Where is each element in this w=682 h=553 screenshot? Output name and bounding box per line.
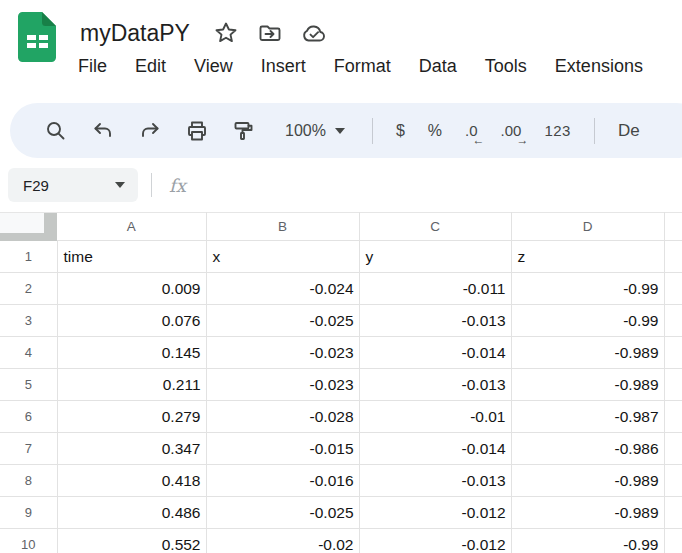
cell-d6[interactable]: -0.987	[511, 401, 664, 433]
cell-a3[interactable]: 0.076	[57, 305, 206, 337]
decrease-decimal-button[interactable]: .0 ←	[465, 122, 478, 139]
menu-item-view[interactable]: View	[194, 56, 233, 77]
google-sheets-app: myDataPY FileEditViewInsertF	[0, 0, 682, 553]
cell-c9[interactable]: -0.012	[359, 497, 511, 529]
formula-bar: F29 fx	[0, 158, 682, 212]
cell-c1[interactable]: y	[359, 241, 511, 273]
cloud-saved-icon[interactable]	[300, 19, 328, 47]
row-header-7[interactable]: 7	[0, 433, 57, 465]
row-header-2[interactable]: 2	[0, 273, 57, 305]
cell-b3[interactable]: -0.025	[206, 305, 359, 337]
row-header-8[interactable]: 8	[0, 465, 57, 497]
cell-a6[interactable]: 0.279	[57, 401, 206, 433]
cell-e9[interactable]	[664, 497, 682, 529]
cell-b9[interactable]: -0.025	[206, 497, 359, 529]
cell-a10[interactable]: 0.552	[57, 529, 206, 553]
format-percent-button[interactable]: %	[428, 122, 442, 140]
cell-a5[interactable]: 0.211	[57, 369, 206, 401]
font-family-selector[interactable]: De	[618, 121, 640, 141]
cell-d8[interactable]: -0.989	[511, 465, 664, 497]
cell-d7[interactable]: -0.986	[511, 433, 664, 465]
print-icon[interactable]	[185, 119, 209, 143]
cell-c4[interactable]: -0.014	[359, 337, 511, 369]
row-header-10[interactable]: 10	[0, 529, 57, 553]
cell-d9[interactable]: -0.989	[511, 497, 664, 529]
cell-c3[interactable]: -0.013	[359, 305, 511, 337]
cell-b7[interactable]: -0.015	[206, 433, 359, 465]
undo-icon[interactable]	[91, 119, 115, 143]
sheets-logo-icon[interactable]	[18, 12, 56, 62]
select-all-corner[interactable]	[0, 213, 57, 241]
cell-e4[interactable]	[664, 337, 682, 369]
format-currency-button[interactable]: $	[396, 122, 405, 140]
cell-d1[interactable]: z	[511, 241, 664, 273]
cell-b1[interactable]: x	[206, 241, 359, 273]
cell-b4[interactable]: -0.023	[206, 337, 359, 369]
name-box[interactable]: F29	[8, 168, 138, 202]
star-icon[interactable]	[212, 19, 240, 47]
row-header-4[interactable]: 4	[0, 337, 57, 369]
cell-e10[interactable]	[664, 529, 682, 553]
row-header-6[interactable]: 6	[0, 401, 57, 433]
cell-d10[interactable]: -0.99	[511, 529, 664, 553]
redo-icon[interactable]	[138, 119, 162, 143]
cell-c2[interactable]: -0.011	[359, 273, 511, 305]
column-header-a[interactable]: A	[57, 213, 206, 241]
cell-d3[interactable]: -0.99	[511, 305, 664, 337]
title-row: myDataPY	[80, 16, 344, 50]
menu-item-insert[interactable]: Insert	[261, 56, 306, 77]
chevron-down-icon	[335, 128, 345, 134]
menu-item-data[interactable]: Data	[419, 56, 457, 77]
zoom-selector[interactable]: 100%	[285, 122, 345, 140]
paint-format-icon[interactable]	[232, 119, 256, 143]
cell-c5[interactable]: -0.013	[359, 369, 511, 401]
column-header-c[interactable]: C	[359, 213, 511, 241]
cell-c8[interactable]: -0.013	[359, 465, 511, 497]
cell-e6[interactable]	[664, 401, 682, 433]
cell-b10[interactable]: -0.02	[206, 529, 359, 553]
cell-b8[interactable]: -0.016	[206, 465, 359, 497]
column-header-b[interactable]: B	[206, 213, 359, 241]
menu-item-tools[interactable]: Tools	[485, 56, 527, 77]
cell-d4[interactable]: -0.989	[511, 337, 664, 369]
cell-e3[interactable]	[664, 305, 682, 337]
formula-input[interactable]	[186, 158, 682, 212]
cell-c10[interactable]: -0.012	[359, 529, 511, 553]
cell-a2[interactable]: 0.009	[57, 273, 206, 305]
cell-e7[interactable]	[664, 433, 682, 465]
menu-item-extensions[interactable]: Extensions	[555, 56, 643, 77]
menu-item-format[interactable]: Format	[334, 56, 391, 77]
cell-d5[interactable]: -0.989	[511, 369, 664, 401]
cell-e5[interactable]	[664, 369, 682, 401]
table-row: 70.347-0.015-0.014-0.986	[0, 433, 682, 465]
cell-e2[interactable]	[664, 273, 682, 305]
cell-a4[interactable]: 0.145	[57, 337, 206, 369]
more-formats-button[interactable]: 123	[544, 122, 571, 139]
cell-b6[interactable]: -0.028	[206, 401, 359, 433]
column-header-e[interactable]	[664, 213, 682, 241]
cell-a7[interactable]: 0.347	[57, 433, 206, 465]
menu-item-edit[interactable]: Edit	[135, 56, 166, 77]
cell-a8[interactable]: 0.418	[57, 465, 206, 497]
cell-e1[interactable]	[664, 241, 682, 273]
document-title[interactable]: myDataPY	[80, 20, 190, 47]
row-header-3[interactable]: 3	[0, 305, 57, 337]
search-icon[interactable]	[44, 119, 68, 143]
increase-decimal-button[interactable]: .00 →	[501, 122, 522, 139]
cell-b2[interactable]: -0.024	[206, 273, 359, 305]
cell-c6[interactable]: -0.01	[359, 401, 511, 433]
cell-e8[interactable]	[664, 465, 682, 497]
row-header-1[interactable]: 1	[0, 241, 57, 273]
cell-c7[interactable]: -0.014	[359, 433, 511, 465]
row-header-9[interactable]: 9	[0, 497, 57, 529]
menu-item-file[interactable]: File	[78, 56, 107, 77]
cell-a9[interactable]: 0.486	[57, 497, 206, 529]
column-header-d[interactable]: D	[511, 213, 664, 241]
chevron-down-icon	[115, 182, 125, 188]
row-header-5[interactable]: 5	[0, 369, 57, 401]
move-folder-icon[interactable]	[256, 19, 284, 47]
cell-a1[interactable]: time	[57, 241, 206, 273]
cell-d2[interactable]: -0.99	[511, 273, 664, 305]
toolbar: 100% $ % .0 ← .00 → 123 De	[10, 103, 682, 158]
cell-b5[interactable]: -0.023	[206, 369, 359, 401]
